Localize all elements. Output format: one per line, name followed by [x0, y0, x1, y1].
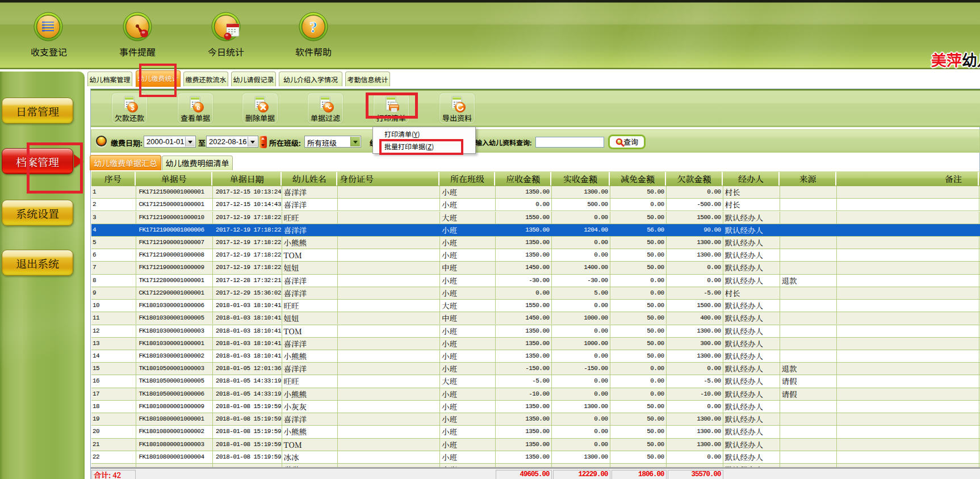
svg-text:$: $ [131, 104, 135, 112]
svg-text:e: e [196, 104, 200, 112]
